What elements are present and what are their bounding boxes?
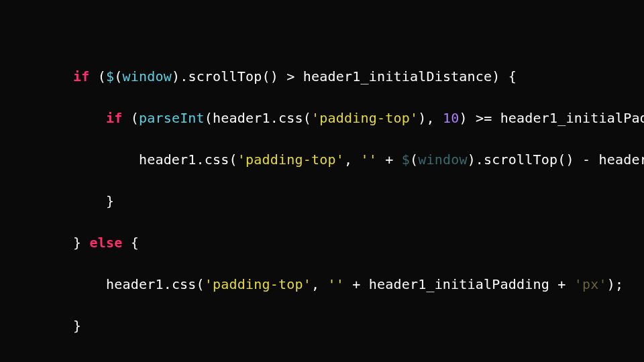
code-line: } (40, 316, 644, 337)
code-line: if ($(window).scrollTop() > header1_init… (40, 66, 644, 87)
code-line: } else { (40, 233, 644, 253)
code-line: header1.css('padding-top', '' + $(window… (40, 149, 644, 170)
code-editor[interactable]: + header0_initialPadding + 'px'); if ($(… (0, 0, 644, 362)
code-line: if (parseInt(header1.css('padding-top'),… (40, 108, 644, 129)
code-line: + header0_initialPadding + 'px'); (40, 25, 644, 46)
code-line: } (40, 191, 644, 212)
code-line: header1.css('padding-top', '' + header1_… (40, 274, 644, 295)
code-line (40, 357, 644, 362)
